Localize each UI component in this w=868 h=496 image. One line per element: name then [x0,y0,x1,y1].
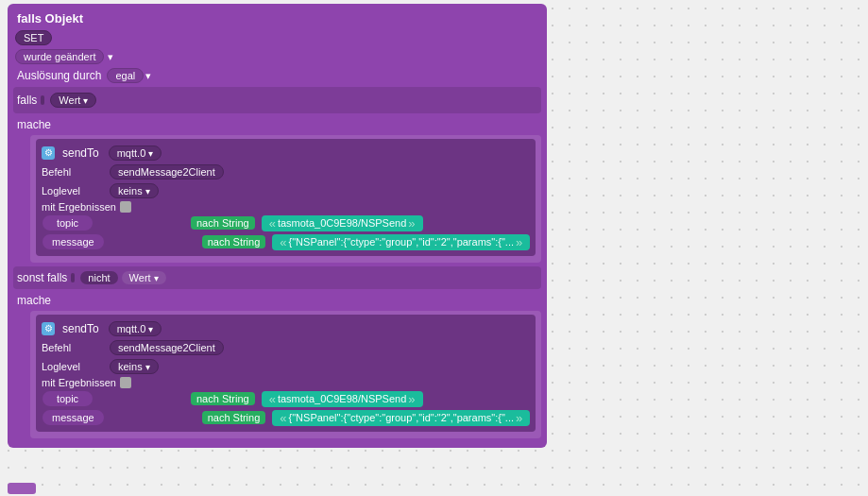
topic-row-2: topic nach String « tasmota_0C9E98/NSPSe… [42,390,530,407]
ausloesung-row: Auslösung durch egal ▾ [13,67,541,84]
topic-pill-2[interactable]: topic [42,390,94,407]
sendto-block: ⚙ sendTo mqtt.0 ▾ Befehl sendMessage2Cli… [36,139,536,256]
sendto2-label: sendTo [59,320,103,337]
befehl-row: Befehl sendMessage2Client [42,163,530,180]
sendto-row: ⚙ sendTo mqtt.0 ▾ [42,145,530,162]
loglevel-row: Loglevel keins ▾ [42,182,530,199]
loglevel2-row: Loglevel keins ▾ [42,358,530,375]
ergebnissen2-checkbox[interactable] [120,377,131,388]
nicht-pill[interactable]: nicht [80,271,117,284]
message-row-1: message nach String « {"NSPanel":{"ctype… [42,233,530,250]
wert2-pill[interactable]: Wert ▾ [122,271,166,284]
workspace: falls Objekt SET wurde geändert ▾ Auslös… [0,0,868,496]
loglevel-label: Loglevel [42,185,108,197]
message-value-1: « {"NSPanel":{"ctype":"group","id":"2","… [272,234,530,250]
wurde-pill[interactable]: wurde geändert [15,49,104,64]
wert-pill[interactable]: Wert ▾ [50,93,96,108]
mit-ergebnissen2-row: mit Ergebnissen [42,377,530,388]
sendto-label: sendTo [59,145,103,162]
message-pill-2[interactable]: message [42,409,105,426]
mit-ergebnissen-label: mit Ergebnissen [42,201,116,213]
keins2-pill[interactable]: keins ▾ [110,359,159,374]
sonst-falls-section: sonst falls nicht Wert ▾ [13,266,541,289]
if-header-row: falls Wert ▾ [17,92,537,109]
gear2-icon: ⚙ [42,322,55,335]
sendto2-block: ⚙ sendTo mqtt.0 ▾ Befehl sendMessage2Cli… [36,315,536,432]
mache2-section: ⚙ sendTo mqtt.0 ▾ Befehl sendMessage2Cli… [30,311,541,438]
nach-string-msg-2: nach String [202,411,266,424]
message-row-2: message nach String « {"NSPanel":{"ctype… [42,409,530,426]
nach-string-2: nach String [191,392,255,405]
title-row: falls Objekt [13,9,541,27]
mit-ergebnissen-row: mit Ergebnissen [42,201,530,213]
wurde-row: wurde geändert ▾ [13,48,541,65]
topic-pill-1[interactable]: topic [42,214,94,231]
message-pill-1[interactable]: message [42,233,105,250]
topic-row-1: topic nach String « tasmota_0C9E98/NSPSe… [42,214,530,231]
sonst-falls-row: sonst falls nicht Wert ▾ [17,271,537,284]
mqtt2-pill[interactable]: mqtt.0 ▾ [109,321,162,336]
main-block: falls Objekt SET wurde geändert ▾ Auslös… [8,4,547,448]
topic-value-1: « tasmota_0C9E98/NSPSend » [262,215,423,231]
mache-row: mache [13,116,541,133]
mache-section: ⚙ sendTo mqtt.0 ▾ Befehl sendMessage2Cli… [30,135,541,263]
set-row: SET [13,29,541,46]
befehl2-row: Befehl sendMessage2Client [42,339,530,356]
falls-label: falls [17,94,37,107]
scrollbar[interactable] [8,483,36,494]
sonst-falls-label: sonst falls [17,271,67,284]
set-pill[interactable]: SET [15,30,52,45]
gear-icon: ⚙ [42,146,55,160]
sonst-section: sonst falls nicht Wert ▾ mache ⚙ [13,266,541,438]
keins-pill[interactable]: keins ▾ [110,183,159,198]
mqtt-pill[interactable]: mqtt.0 ▾ [109,145,162,161]
mache2-row: mache [13,292,541,309]
topic-value-2: « tasmota_0C9E98/NSPSend » [262,391,423,407]
nach-string-msg-1: nach String [202,235,266,248]
nach-string-1: nach String [191,216,255,230]
befehl2-label: Befehl [42,342,108,353]
ergebnissen-checkbox[interactable] [120,201,131,213]
message-value-2: « {"NSPanel":{"ctype":"group","id":"2","… [272,410,530,426]
if-section: falls Wert ▾ [13,87,541,113]
befehl-label: Befehl [42,166,108,178]
loglevel2-label: Loglevel [42,361,108,372]
egal-pill[interactable]: egal [107,68,144,83]
sendto2-row: ⚙ sendTo mqtt.0 ▾ [42,320,530,337]
mache2-label: mache [13,292,55,309]
sendmessage2-pill[interactable]: sendMessage2Client [110,340,224,355]
sendmessage-pill[interactable]: sendMessage2Client [110,164,224,180]
block-title: falls Objekt [13,9,87,27]
ausloesung-label: Auslösung durch [13,67,105,84]
mache-label: mache [13,116,55,133]
mit-ergebnissen2-label: mit Ergebnissen [42,377,116,388]
